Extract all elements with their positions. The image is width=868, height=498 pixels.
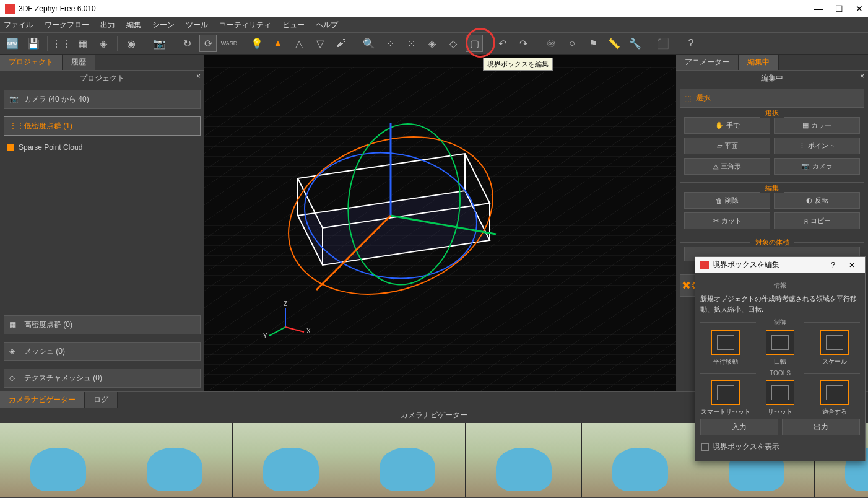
- project-panel-title: プロジェクト ×: [0, 70, 204, 86]
- thumbnail[interactable]: [0, 423, 116, 497]
- btn-plane[interactable]: ▱平面: [684, 138, 770, 154]
- triangle3-icon[interactable]: ▽: [311, 35, 329, 52]
- maximize-button[interactable]: ☐: [835, 4, 843, 14]
- sparse-small-icon: ⋮⋮: [9, 121, 19, 131]
- app-logo-icon: [5, 4, 15, 14]
- app-title: 3DF Zephyr Free 6.010: [19, 4, 814, 13]
- tab-project[interactable]: プロジェクト: [0, 55, 63, 70]
- menu-tool[interactable]: ツール: [186, 20, 208, 30]
- inspect-icon[interactable]: 🔍: [360, 35, 378, 52]
- btn-camera[interactable]: 📷カメラ: [774, 158, 860, 175]
- ruler-icon[interactable]: 📏: [605, 35, 623, 52]
- rotate-button[interactable]: [766, 330, 794, 355]
- btn-invert[interactable]: ◐反転: [774, 192, 860, 209]
- menu-scene[interactable]: シーン: [152, 20, 175, 30]
- help-icon[interactable]: ?: [682, 35, 700, 52]
- btn-color[interactable]: ▦カラー: [774, 117, 860, 134]
- points2-icon[interactable]: ⁙: [402, 35, 420, 52]
- camera-small-icon: 📷: [9, 95, 19, 105]
- item-sparse-group[interactable]: ⋮⋮ 低密度点群 (1): [4, 116, 201, 136]
- reset-button[interactable]: [766, 380, 794, 405]
- item-dense[interactable]: ▦ 高密度点群 (0): [4, 315, 201, 334]
- menu-edit[interactable]: 編集: [126, 20, 141, 30]
- select-main-button[interactable]: ⬚ 選択: [680, 89, 864, 108]
- btn-point[interactable]: ⋮ポイント: [774, 138, 860, 154]
- btn-cut[interactable]: ✂カット: [684, 212, 770, 229]
- tab-camera-nav[interactable]: カメラナビゲーター: [0, 392, 85, 408]
- tab-log[interactable]: ログ: [85, 392, 118, 408]
- panel-close-icon[interactable]: ×: [196, 72, 201, 81]
- minimize-button[interactable]: —: [814, 4, 823, 14]
- brush-icon[interactable]: 🖌: [332, 35, 350, 52]
- viewport-scene: Z X Y: [204, 55, 676, 391]
- camera-icon[interactable]: 📷: [150, 35, 168, 52]
- save-icon[interactable]: 💾: [25, 35, 42, 52]
- cube2-icon[interactable]: ◈: [423, 35, 441, 52]
- svg-text:X: X: [306, 328, 311, 334]
- mesh-icon[interactable]: ◈: [95, 35, 112, 52]
- dialog-section-tools: TOOLS: [700, 370, 860, 377]
- orbit-icon[interactable]: ↻: [178, 35, 196, 52]
- btn-delete[interactable]: 🗑削除: [684, 192, 770, 209]
- translate-button[interactable]: [711, 330, 740, 355]
- thumbnail[interactable]: [466, 423, 582, 497]
- dialog-close-button[interactable]: ✕: [844, 261, 860, 269]
- thumbnail[interactable]: [233, 423, 349, 497]
- panel-close-icon[interactable]: ×: [860, 72, 864, 81]
- triangle1-icon[interactable]: ▲: [269, 35, 287, 52]
- menu-file[interactable]: ファイル: [4, 20, 33, 30]
- btn-triangle[interactable]: △三角形: [684, 158, 770, 175]
- light-icon[interactable]: 💡: [248, 35, 266, 52]
- 3d-cube-icon[interactable]: ⬛: [654, 35, 672, 52]
- smart-reset-button[interactable]: [711, 380, 740, 405]
- dialog-section-info: 情報: [700, 281, 860, 290]
- thumbnail[interactable]: [116, 423, 233, 497]
- scale-button[interactable]: [820, 330, 849, 355]
- points1-icon[interactable]: ⁘: [381, 35, 399, 52]
- wrench-icon[interactable]: 🔧: [627, 35, 644, 52]
- menu-view[interactable]: ビュー: [282, 20, 305, 30]
- fit-button[interactable]: [820, 380, 849, 405]
- dialog-help-button[interactable]: ?: [826, 261, 840, 269]
- output-button[interactable]: 出力: [782, 419, 860, 435]
- thumbnail[interactable]: [349, 423, 466, 497]
- close-button[interactable]: ✕: [856, 4, 863, 14]
- dense-box-icon[interactable]: ▦: [74, 35, 91, 52]
- btn-copy[interactable]: ⎘コピー: [774, 212, 860, 229]
- menu-help[interactable]: ヘルプ: [316, 20, 338, 30]
- sparse-icon[interactable]: ⋮⋮: [53, 35, 70, 52]
- menu-output[interactable]: 出力: [100, 20, 115, 30]
- item-mesh[interactable]: ◈ メッシュ (0): [4, 342, 201, 361]
- item-cameras[interactable]: 📷 カメラ (40 から 40): [4, 90, 201, 109]
- dialog-title-text: 境界ボックスを編集: [713, 260, 822, 270]
- bounding-box-button[interactable]: ▢: [466, 35, 483, 52]
- triangle2-icon[interactable]: △: [290, 35, 308, 52]
- btn-hand[interactable]: ✋手で: [684, 117, 770, 134]
- color-swatch-icon: [7, 144, 14, 151]
- tab-history[interactable]: 履歴: [63, 55, 95, 70]
- item-texmesh[interactable]: ◇ テクスチャメッシュ (0): [4, 369, 201, 388]
- section-select-title: 選択: [760, 108, 784, 118]
- menu-utility[interactable]: ユーティリティ: [219, 20, 271, 30]
- redo-icon[interactable]: ↷: [514, 35, 532, 52]
- cube3-icon[interactable]: ◇: [445, 35, 462, 52]
- tab-editing[interactable]: 編集中: [739, 55, 779, 70]
- undo-icon[interactable]: ↶: [493, 35, 511, 52]
- new-icon[interactable]: 🆕: [4, 35, 21, 52]
- cube-icon[interactable]: ◉: [123, 35, 140, 52]
- wasd-icon[interactable]: WASD: [220, 35, 238, 52]
- checkbox-icon: [701, 443, 709, 451]
- dialog-logo-icon: [700, 261, 709, 269]
- section-edit-title: 編集: [760, 183, 784, 193]
- input-button[interactable]: 入力: [700, 419, 778, 435]
- show-bbox-checkbox[interactable]: 境界ボックスを表示: [700, 438, 860, 456]
- circle-icon[interactable]: ○: [563, 35, 581, 52]
- lasso-icon[interactable]: ♾: [542, 35, 560, 52]
- thumbnail[interactable]: [582, 423, 698, 497]
- item-sparse-cloud[interactable]: Sparse Point Cloud: [0, 139, 204, 155]
- flag-icon[interactable]: ⚑: [584, 35, 602, 52]
- 3d-viewport[interactable]: Z X Y: [204, 55, 676, 391]
- rotate-icon[interactable]: ⟳: [199, 35, 217, 52]
- tab-animator[interactable]: アニメーター: [676, 55, 739, 70]
- menu-workflow[interactable]: ワークフロー: [45, 20, 89, 30]
